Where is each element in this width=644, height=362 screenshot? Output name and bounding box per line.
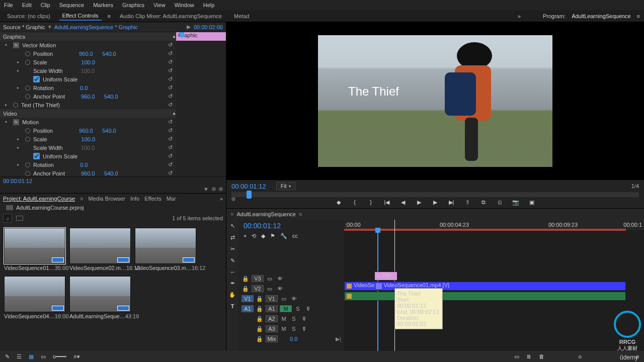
go-end-icon[interactable]: ▶|: [336, 336, 341, 342]
tab-effect-controls[interactable]: Effect Controls: [59, 12, 102, 21]
reset-icon[interactable]: ↺: [168, 42, 176, 48]
resolution-fraction[interactable]: 1/4: [631, 183, 639, 189]
tab-menu-icon[interactable]: ≡: [299, 211, 302, 217]
targeting-icon[interactable]: ▭: [266, 276, 274, 282]
collapse-icon[interactable]: ▲: [172, 34, 176, 39]
lift-button[interactable]: ⇪: [463, 199, 472, 206]
track-a3[interactable]: A3: [266, 325, 278, 332]
reset-icon[interactable]: ↺: [168, 50, 176, 57]
collapse-icon[interactable]: ▲: [172, 111, 176, 116]
project-item[interactable]: VideoSequence03.m…16:12: [135, 228, 196, 272]
reset-icon[interactable]: ↺: [168, 119, 176, 125]
new-item-button[interactable]: 🗎: [526, 353, 532, 359]
lock-icon[interactable]: 🔒: [242, 276, 250, 282]
reset-icon[interactable]: ↺: [168, 59, 176, 65]
mute-button[interactable]: M: [280, 326, 288, 332]
position-y[interactable]: 540.0: [102, 51, 122, 57]
timeline-timecode[interactable]: 00:00:01:12: [242, 222, 341, 233]
motion-header[interactable]: Motion: [22, 119, 39, 125]
track-v1[interactable]: V1: [266, 295, 278, 302]
reset-icon[interactable]: ↺: [168, 76, 176, 82]
reset-icon[interactable]: ↺: [168, 136, 176, 142]
targeting-icon[interactable]: ▭: [266, 286, 274, 292]
anchor-x[interactable]: 960.0: [81, 94, 101, 100]
list-view-icon[interactable]: ☰: [17, 353, 22, 360]
vector-motion-header[interactable]: Vector Motion: [22, 42, 56, 48]
scroll-dot[interactable]: [212, 187, 216, 191]
type-tool[interactable]: T: [231, 303, 234, 309]
program-timecode[interactable]: 00:00:01:12: [231, 183, 266, 190]
anchor-x[interactable]: 960.0: [81, 170, 101, 176]
ec-playhead[interactable]: [179, 32, 184, 37]
eye-icon[interactable]: 👁: [290, 296, 298, 302]
selection-tool[interactable]: ↖: [230, 223, 235, 229]
chevron-down-icon[interactable]: ▾: [48, 24, 51, 30]
track-v2[interactable]: V2: [252, 285, 264, 292]
lock-icon[interactable]: 🔒: [256, 326, 264, 332]
menu-markers[interactable]: Markers: [93, 2, 113, 8]
icon-view-icon[interactable]: ▦: [29, 353, 34, 360]
project-item[interactable]: VideoSequence02.m…16:12: [69, 228, 131, 272]
search-input[interactable]: [3, 214, 12, 223]
keyframe-toggle[interactable]: [25, 85, 30, 90]
mute-button[interactable]: M: [280, 305, 292, 312]
marker-button[interactable]: ◆: [334, 199, 343, 206]
voice-icon[interactable]: 🎙: [300, 326, 308, 332]
menu-help[interactable]: Help: [203, 2, 215, 8]
freeform-view-icon[interactable]: ▭: [41, 353, 46, 360]
go-to-out-button[interactable]: ▶|: [447, 199, 456, 206]
source-v1[interactable]: V1: [242, 295, 254, 302]
lock-icon[interactable]: 🔒: [256, 336, 264, 342]
program-menu-icon[interactable]: ≡: [637, 13, 640, 19]
tab-media-browser[interactable]: Media Browser: [89, 196, 125, 202]
keyframe-toggle[interactable]: [25, 60, 30, 65]
keyframe-toggle[interactable]: [25, 128, 30, 133]
menu-graphics[interactable]: Graphics: [122, 2, 144, 8]
reset-icon[interactable]: ↺: [168, 161, 176, 168]
scroll-dot[interactable]: [219, 187, 223, 191]
reset-icon[interactable]: ↺: [168, 127, 176, 134]
fx-badge-icon[interactable]: fx: [13, 42, 19, 48]
audio-clip[interactable]: [344, 292, 626, 301]
eye-icon[interactable]: 👁: [276, 276, 284, 282]
mix-value[interactable]: 0.0: [290, 336, 310, 342]
linked-selection-icon[interactable]: ⟲: [252, 233, 256, 239]
fx-badge-icon[interactable]: fx: [13, 119, 19, 125]
extract-button[interactable]: ⧉: [479, 199, 488, 206]
settings-icon[interactable]: ⚑: [270, 233, 275, 239]
tab-info[interactable]: Info: [130, 196, 139, 202]
mute-button[interactable]: M: [280, 316, 288, 322]
step-forward-button[interactable]: ▶: [431, 199, 440, 206]
track-v3[interactable]: V3: [252, 275, 264, 282]
track-select-tool[interactable]: ⇄: [230, 234, 235, 241]
program-canvas[interactable]: The Thief: [318, 35, 552, 167]
tab-audio-mixer[interactable]: Audio Clip Mixer: AdultLearningSequence: [117, 12, 225, 20]
pencil-icon[interactable]: ✎: [5, 353, 10, 360]
tab-metadata[interactable]: Metad: [231, 12, 253, 20]
track-a2[interactable]: A2: [266, 315, 278, 322]
voice-icon[interactable]: 🎙: [304, 306, 312, 312]
slip-tool[interactable]: ↔: [230, 269, 235, 275]
solo-button[interactable]: S: [294, 306, 302, 312]
reset-icon[interactable]: ↺: [168, 93, 176, 100]
program-playhead[interactable]: [247, 191, 252, 199]
menu-sequence[interactable]: Sequence: [59, 2, 85, 8]
menu-window[interactable]: Window: [175, 2, 194, 8]
comparison-button[interactable]: ▣: [527, 199, 536, 206]
tab-source[interactable]: Source: (no clips): [4, 12, 53, 20]
position-y[interactable]: 540.0: [102, 128, 122, 134]
zoom-fit-dropdown[interactable]: Fit▾: [276, 182, 295, 190]
project-item[interactable]: AdultLearningSeque…43:19: [69, 276, 131, 320]
tab-menu-icon[interactable]: ≡: [108, 13, 111, 19]
tab-menu-icon[interactable]: ≡: [80, 196, 83, 202]
tab-overflow-icon[interactable]: »: [518, 13, 521, 19]
targeting-icon[interactable]: ▭: [280, 296, 288, 302]
work-area-bar[interactable]: [344, 229, 626, 231]
project-item[interactable]: VideoSequence04…18:00: [4, 276, 65, 320]
wrench-icon[interactable]: 🔧: [280, 233, 287, 239]
uniform-scale-checkbox[interactable]: [33, 76, 40, 82]
layer-visibility-toggle[interactable]: [13, 103, 18, 108]
scale-value[interactable]: 100.0: [82, 59, 102, 65]
hand-tool[interactable]: ✋: [229, 292, 236, 298]
lock-icon[interactable]: 🔒: [256, 316, 264, 322]
